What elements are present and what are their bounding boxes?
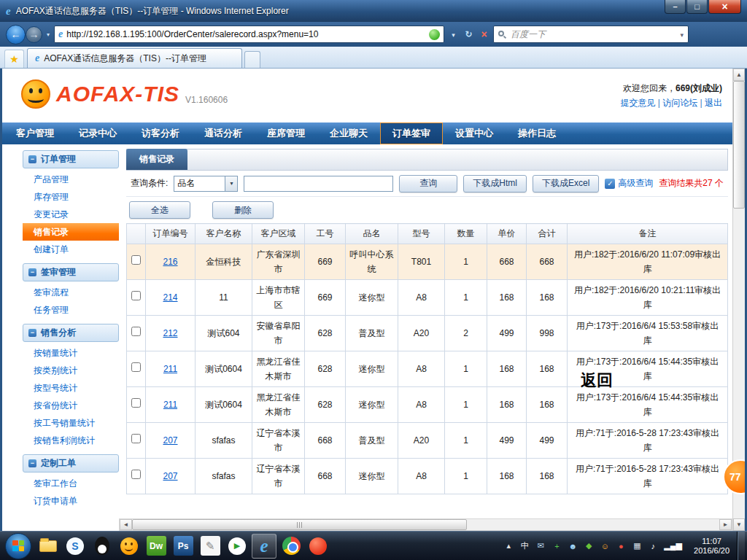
sidebar-item[interactable]: 按销量统计 bbox=[23, 344, 119, 362]
address-bar[interactable]: http://192.168.1.195:100/OrderCenter/sal… bbox=[54, 26, 444, 43]
order-number-link[interactable]: 212 bbox=[163, 328, 177, 338]
ime-indicator[interactable]: 中 bbox=[519, 540, 530, 551]
aofax-smiley-icon[interactable] bbox=[117, 534, 142, 559]
search-placeholder-text[interactable]: 百度一下 bbox=[511, 28, 676, 41]
tab-sales-records[interactable]: 销售记录 bbox=[126, 149, 187, 170]
dreamweaver-icon[interactable]: Dw bbox=[144, 534, 169, 559]
nav-item[interactable]: 通话分析 bbox=[192, 122, 255, 144]
order-number-link[interactable]: 214 bbox=[163, 292, 177, 303]
scroll-down-icon[interactable] bbox=[733, 518, 745, 531]
sidebar-section-order-mgmt[interactable]: 订单管理 bbox=[23, 150, 119, 168]
new-tab-button[interactable] bbox=[244, 51, 260, 68]
qq-icon[interactable] bbox=[90, 534, 115, 559]
advanced-search-link[interactable]: 高级查询 bbox=[605, 177, 653, 190]
nav-item[interactable]: 企业聊天 bbox=[317, 122, 380, 144]
delete-button[interactable]: 删除 bbox=[212, 201, 274, 219]
query-field-select[interactable]: 品名 bbox=[174, 176, 238, 192]
sidebar-item[interactable]: 销售记录 bbox=[23, 223, 119, 241]
browser-tab[interactable]: AOFAX通话信息服务器（TIS）--订单管理 bbox=[27, 48, 242, 68]
taskbar-clock[interactable]: 11:07 2016/6/20 bbox=[688, 537, 735, 556]
network-icon[interactable]: ▂▄▆ bbox=[664, 541, 682, 551]
search-button[interactable]: 查询 bbox=[399, 175, 457, 192]
aofax-tray-icon[interactable]: ☺ bbox=[600, 542, 610, 551]
horizontal-scroll-thumb[interactable] bbox=[132, 519, 467, 530]
header-link[interactable]: 访问论坛 bbox=[655, 98, 697, 108]
sidebar-item[interactable]: 按型号统计 bbox=[23, 379, 119, 397]
query-input[interactable] bbox=[244, 176, 393, 192]
chrome-icon[interactable] bbox=[279, 534, 303, 559]
back-button[interactable] bbox=[6, 25, 26, 44]
row-checkbox[interactable] bbox=[131, 362, 141, 372]
show-desktop-button[interactable] bbox=[737, 532, 745, 560]
favorites-button[interactable] bbox=[4, 50, 24, 68]
column-header[interactable]: 工号 bbox=[305, 224, 346, 244]
sidebar-item[interactable]: 订货申请单 bbox=[23, 492, 119, 510]
column-header[interactable]: 数量 bbox=[445, 224, 487, 244]
column-header[interactable]: 订单编号 bbox=[146, 224, 196, 244]
sidebar-item[interactable]: 按工号销量统计 bbox=[23, 414, 119, 432]
wechat-tray-icon[interactable]: ◆ bbox=[584, 541, 594, 551]
sidebar-item[interactable]: 产品管理 bbox=[23, 171, 119, 188]
order-number-link[interactable]: 211 bbox=[163, 400, 177, 410]
row-checkbox[interactable] bbox=[131, 434, 141, 443]
start-button[interactable] bbox=[5, 533, 31, 559]
select-all-button[interactable]: 全选 bbox=[129, 201, 190, 219]
recent-pages-dropdown-icon[interactable] bbox=[45, 31, 51, 38]
scroll-up-icon[interactable] bbox=[733, 69, 745, 81]
sidebar-item[interactable]: 签审工作台 bbox=[23, 475, 119, 492]
column-header[interactable]: 单价 bbox=[487, 224, 527, 244]
header-link[interactable]: 提交意见 bbox=[620, 98, 655, 108]
antivirus-tray-icon[interactable]: + bbox=[551, 542, 562, 551]
order-number-link[interactable]: 207 bbox=[163, 435, 177, 446]
alert-tray-icon[interactable]: ● bbox=[616, 542, 626, 551]
search-box[interactable]: 百度一下 bbox=[493, 26, 689, 43]
ie-taskbar-icon[interactable]: e bbox=[252, 534, 276, 559]
sidebar-section-sales-analysis[interactable]: 销售分析 bbox=[23, 324, 119, 342]
column-header[interactable]: 备注 bbox=[568, 224, 728, 244]
volume-icon[interactable]: ♪ bbox=[648, 542, 658, 551]
nav-item[interactable]: 客户管理 bbox=[4, 122, 66, 144]
refresh-icon[interactable] bbox=[462, 29, 475, 39]
row-checkbox[interactable] bbox=[131, 327, 141, 336]
maximize-button[interactable] bbox=[686, 0, 708, 14]
nav-item[interactable]: 记录中心 bbox=[66, 122, 129, 144]
column-header[interactable]: 型号 bbox=[398, 224, 445, 244]
nav-item[interactable]: 订单签审 bbox=[380, 122, 443, 144]
row-checkbox[interactable] bbox=[131, 255, 141, 265]
sidebar-item[interactable]: 任务管理 bbox=[23, 301, 119, 319]
photoshop-icon[interactable]: Ps bbox=[171, 534, 196, 559]
scroll-right-icon[interactable] bbox=[719, 519, 732, 530]
sidebar-section-approval-mgmt[interactable]: 签审管理 bbox=[23, 263, 119, 281]
forward-button[interactable] bbox=[26, 26, 42, 43]
explorer-icon[interactable] bbox=[36, 534, 61, 559]
column-header[interactable]: 品名 bbox=[346, 224, 398, 244]
download-excel-button[interactable]: 下载成Excel bbox=[533, 175, 599, 192]
editor-icon[interactable]: ✎ bbox=[198, 534, 222, 559]
sidebar-item[interactable]: 变更记录 bbox=[23, 206, 119, 223]
sidebar-section-custom-orders[interactable]: 定制工单 bbox=[23, 454, 119, 472]
nav-item[interactable]: 座席管理 bbox=[255, 122, 317, 144]
column-header[interactable]: 客户名称 bbox=[196, 224, 252, 244]
download-html-button[interactable]: 下载成Html bbox=[463, 175, 527, 192]
sidebar-item[interactable]: 库存管理 bbox=[23, 188, 119, 206]
column-header[interactable]: 合计 bbox=[527, 224, 568, 244]
order-number-link[interactable]: 211 bbox=[163, 364, 177, 374]
close-button[interactable] bbox=[708, 0, 741, 14]
column-header[interactable]: 客户区域 bbox=[252, 224, 305, 244]
scroll-left-icon[interactable] bbox=[120, 519, 132, 530]
order-number-link[interactable]: 207 bbox=[163, 471, 177, 481]
qq-tray-icon[interactable]: ☻ bbox=[568, 542, 578, 551]
sidebar-item[interactable]: 签审流程 bbox=[23, 284, 119, 301]
url-text[interactable]: http://192.168.1.195:100/OrderCenter/sal… bbox=[66, 29, 425, 39]
sidebar-item[interactable]: 创建订单 bbox=[23, 241, 119, 258]
horizontal-scrollbar[interactable] bbox=[119, 518, 732, 531]
media-player-icon[interactable]: ▶ bbox=[225, 534, 249, 559]
vertical-scroll-thumb[interactable] bbox=[733, 81, 745, 209]
minimize-button[interactable] bbox=[665, 0, 686, 14]
address-dropdown-icon[interactable] bbox=[447, 29, 460, 39]
nav-item[interactable]: 访客分析 bbox=[129, 122, 192, 144]
sidebar-item[interactable]: 按省份统计 bbox=[23, 397, 119, 414]
nav-item[interactable]: 设置中心 bbox=[443, 122, 506, 144]
select-arrow-icon[interactable] bbox=[225, 176, 237, 191]
hidden-icons-arrow[interactable]: ▴ bbox=[503, 541, 514, 551]
